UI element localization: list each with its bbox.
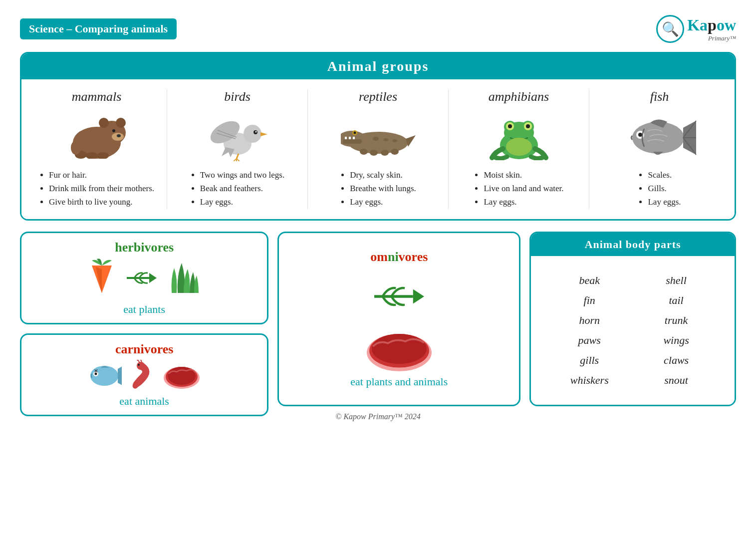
animal-groups-card: Animal groups mammals [20,52,736,221]
svg-point-48 [526,124,530,128]
svg-point-47 [508,124,512,128]
birds-fact-3: Lay eggs. [200,195,284,209]
svg-point-2 [99,118,109,128]
fish-fact-3: Lay eggs. [648,195,681,209]
mammals-fact-3: Give birth to live young. [49,195,154,209]
body-part-shell: shell [633,270,720,290]
carnivores-card: carnivores ✕ [20,333,268,416]
body-part-horn: horn [546,310,633,330]
mammals-fact-2: Drink milk from their mothers. [49,182,154,195]
mammals-title: mammals [72,89,122,104]
fish-img [620,111,700,161]
svg-point-56 [638,133,642,137]
body-part-whiskers: whiskers [546,370,633,390]
svg-point-15 [255,131,256,133]
amphibians-fact-3: Lay eggs. [484,195,563,209]
svg-marker-76 [413,289,424,303]
page: Science – Comparing animals 🔍 Kapow Prim… [0,0,756,539]
fish-fact-1: Scales. [648,168,681,182]
svg-point-67 [138,364,140,366]
reptiles-facts: Dry, scaly skin. Breathe with lungs. Lay… [340,168,416,209]
herbivores-icons [87,258,202,298]
amphibians-img [479,111,559,161]
svg-point-66 [137,362,145,370]
body-parts-grid: beak shell fin tail horn trunk paws wing… [531,256,735,405]
herbivores-title: herbivores [115,240,174,255]
svg-marker-62 [118,365,122,387]
body-part-wings: wings [633,330,720,350]
mammals-facts: Fur or hair. Drink milk from their mothe… [39,168,154,209]
omnivores-card: omnivores eat plants and animals [277,232,520,406]
header: Science – Comparing animals 🔍 Kapow Prim… [20,15,736,43]
mammals-img [57,111,137,161]
svg-point-5 [112,129,115,132]
body-part-tail: tail [633,290,720,310]
svg-point-3 [116,118,126,128]
reptiles-title: reptiles [359,89,397,104]
logo: 🔍 Kapow Primary™ [656,15,736,43]
fish-facts: Scales. Gills. Lay eggs. [638,168,681,209]
svg-point-79 [372,334,427,364]
logo-icon: 🔍 [656,15,684,43]
svg-point-6 [117,134,121,137]
animal-groups-title: Animal groups [21,53,735,79]
svg-point-10 [71,141,81,155]
birds-fact-2: Beak and feathers. [200,182,284,195]
logo-text: Kapow [687,16,736,34]
omnivores-label: eat plants and animals [350,375,448,388]
body-part-claws: claws [633,350,720,370]
amphibians-fact-2: Live on land and water. [484,182,563,195]
svg-point-49 [506,138,532,156]
bottom-section: herbivores [20,232,736,406]
body-part-gills: gills [546,350,633,370]
logo-subtext: Primary™ [687,34,736,42]
carnivores-label: eat animals [119,395,169,408]
fish-fact-2: Gills. [648,182,681,195]
birds-title: birds [224,89,251,104]
fish-title: fish [650,89,669,104]
svg-rect-31 [343,139,362,144]
carnivores-title: carnivores [115,342,174,357]
svg-point-39 [381,150,389,156]
omnivores-title: omnivores [370,250,428,265]
svg-point-12 [244,125,261,143]
svg-point-33 [353,131,356,134]
amphibians-fact-1: Moist skin. [484,168,563,182]
svg-point-35 [383,138,388,141]
body-parts-title: Animal body parts [531,233,735,256]
reptiles-fact-2: Breathe with lungs. [350,182,416,195]
birds-img [198,111,277,161]
reptiles-fact-3: Lay eggs. [350,195,416,209]
body-part-paws: paws [546,330,633,350]
fish-col: fish [589,89,730,209]
reptiles-fact-1: Dry, scaly skin. [350,168,416,182]
animal-groups-body: mammals [21,79,735,219]
herbivores-label: eat plants [123,303,165,316]
subject-badge: Science – Comparing animals [20,18,177,39]
amphibians-title: amphibians [489,89,549,104]
herbivores-card: herbivores [20,232,268,324]
body-parts-card: Animal body parts beak shell fin tail ho… [529,232,736,406]
left-diet-column: herbivores [20,232,268,406]
birds-facts: Two wings and two legs. Beak and feather… [190,168,284,209]
mammals-col: mammals [26,89,167,209]
reptiles-img [338,111,418,161]
body-part-beak: beak [546,270,633,290]
carnivores-icons: ✕ [87,360,202,390]
body-part-fin: fin [546,290,633,310]
svg-marker-13 [260,132,267,136]
reptiles-col: reptiles [308,89,449,209]
birds-col: birds [167,89,308,209]
svg-point-34 [373,137,379,141]
svg-point-40 [391,149,399,155]
mammals-fact-1: Fur or hair. [49,168,154,182]
svg-point-36 [392,139,397,142]
amphibians-col: amphibians [449,89,589,209]
amphibians-facts: Moist skin. Live on land and water. Lay … [474,168,563,209]
body-part-trunk: trunk [633,310,720,330]
svg-point-38 [370,150,378,156]
body-part-snout: snout [633,370,720,390]
svg-text:✕: ✕ [94,368,98,374]
svg-point-37 [360,149,368,155]
svg-marker-60 [149,273,157,283]
